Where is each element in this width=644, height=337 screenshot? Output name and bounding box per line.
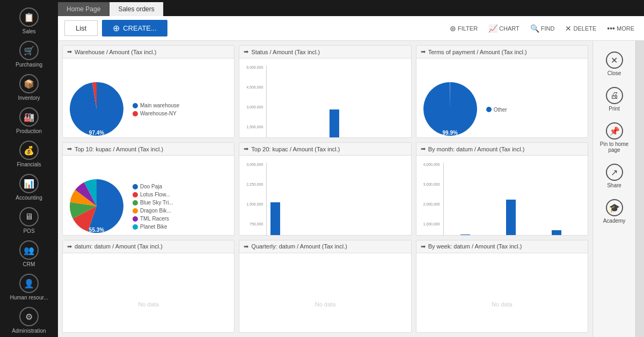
sidebar-item-purchasing[interactable]: 🛒 Purchasing: [0, 38, 58, 71]
sidebar-item-sales[interactable]: 📋 Sales: [0, 4, 58, 38]
bar-chart: 6,000,0004,500,0003,000,0001,500,0000 In…: [244, 63, 406, 138]
share-icon: ↗: [606, 164, 623, 181]
right-action-academy[interactable]: 🎓 Academy: [593, 195, 635, 228]
legend-item: Main warehouse: [133, 102, 179, 108]
chart-icon: 📈: [488, 24, 497, 33]
y-axis: 6,000,0004,500,0003,000,0001,500,0000: [244, 65, 265, 138]
chart-body-top20-kupac: 3,000,0002,250,0001,500,000750,0000 Don …: [239, 156, 411, 235]
bar-group: [535, 181, 578, 235]
bar-group: [306, 181, 323, 235]
right-action-print[interactable]: 🖨 Print: [593, 83, 635, 116]
chart-arrow-icon: ➡: [244, 243, 248, 250]
bar-group: [489, 181, 532, 235]
sidebar-label-crm: CRM: [23, 261, 35, 267]
sidebar-label-sales: Sales: [22, 28, 35, 34]
sidebar-item-production[interactable]: 🏭 Production: [0, 104, 58, 137]
tab-home[interactable]: Home Page: [58, 2, 109, 16]
chart-header-by-month: ➡ By month: datum / Amount (Tax incl.): [416, 143, 588, 156]
tab-sales-orders[interactable]: Sales orders: [109, 2, 163, 16]
bar-chart: 3,000,0002,250,0001,500,000750,0000 Don …: [244, 160, 406, 235]
bar-rect: [270, 202, 280, 235]
sidebar-item-financials[interactable]: 💰 Financials: [0, 137, 58, 171]
bar-group: [358, 84, 401, 138]
chart-title-status-amount: Status / Amount (Tax incl.): [251, 49, 320, 55]
chart-arrow-icon: ➡: [421, 48, 426, 55]
chart-body-top10-kupac: 55.3% Doo Paja Lotus Flow... Blue Sky Tr…: [63, 156, 234, 235]
inventory-icon: 📦: [19, 74, 39, 93]
plus-icon: ⊕: [113, 23, 120, 33]
sidebar-label-pos: POS: [23, 228, 34, 234]
create-button[interactable]: ⊕ CREATE...: [102, 20, 167, 36]
sidebar-item-crm[interactable]: 👥 CRM: [0, 237, 58, 270]
pin-icon: 📌: [606, 122, 623, 140]
chart-panel-quarterly-datum: ➡ Quarterly: datum / Amount (Tax incl.) …: [239, 240, 411, 333]
right-action-label-close: Close: [608, 70, 621, 76]
bar-rect: [460, 235, 470, 235]
chart-arrow-icon: ➡: [244, 145, 248, 152]
chart-header-datum-amount: ➡ datum: datum / Amount (Tax incl.): [63, 240, 234, 253]
more-icon: •••: [607, 24, 615, 33]
bar-group: [267, 181, 284, 235]
sidebar-label-accounting: Accounting: [16, 195, 42, 201]
bar-chart: 4,000,0003,000,0002,000,0001,000,0000 Ju…: [421, 160, 583, 235]
pie-legend: Main warehouse Warehouse-NY: [133, 102, 179, 116]
chart-header-status-amount: ➡ Status / Amount (Tax incl.): [239, 46, 411, 58]
chart-action[interactable]: 📈 CHART: [485, 23, 523, 34]
chart-header-quarterly-datum: ➡ Quarterly: datum / Amount (Tax incl.): [239, 240, 411, 253]
chart-arrow-icon: ➡: [67, 243, 72, 250]
bar-area: 4,000,0003,000,0002,000,0001,000,0000: [421, 160, 583, 235]
chart-header-warehouse-amount: ➡ Warehouse / Amount (Tax incl.): [63, 46, 234, 58]
pie-chart: 55.3% Doo Paja Lotus Flow... Blue Sky Tr…: [67, 177, 230, 236]
bar-group: [384, 181, 401, 235]
chart-panel-terms-payment: ➡ Terms of payment / Amount (Tax incl.) …: [416, 45, 588, 138]
delete-action[interactable]: ✕ DELETE: [562, 23, 599, 34]
financials-icon: 💰: [19, 141, 39, 160]
sidebar-item-admin[interactable]: ⚙ Administration: [0, 304, 58, 337]
pie-chart: 97.4% Main warehouse Warehouse-NY: [67, 79, 230, 138]
bar-rect: [330, 109, 339, 138]
production-icon: 🏭: [19, 107, 39, 127]
y-axis: 3,000,0002,250,0001,500,000750,0000: [244, 163, 265, 235]
chart-title-warehouse-amount: Warehouse / Amount (Tax incl.): [75, 49, 156, 55]
chart-header-top20-kupac: ➡ Top 20: kupac / Amount (Tax incl.): [239, 143, 411, 156]
scrollbar[interactable]: [635, 41, 644, 337]
right-action-share[interactable]: ↗ Share: [593, 159, 635, 193]
pie-center-label: 97.4%: [89, 130, 104, 136]
filter-action[interactable]: ⊛ FILTER: [447, 23, 481, 34]
bar-group: [312, 84, 356, 138]
sidebar-item-hr[interactable]: 👤 Human resour...: [0, 270, 58, 304]
find-action[interactable]: 🔍 FIND: [527, 23, 558, 34]
chart-body-by-week-datum: No data: [416, 253, 588, 333]
chart-arrow-icon: ➡: [67, 145, 72, 152]
chart-header-terms-payment: ➡ Terms of payment / Amount (Tax incl.): [416, 46, 588, 58]
sidebar-item-inventory[interactable]: 📦 Inventory: [0, 71, 58, 104]
tabs-bar: Home Page Sales orders: [58, 0, 644, 16]
legend-item: Warehouse-NY: [133, 111, 179, 116]
bar-group: [444, 181, 487, 235]
chart-panel-by-week-datum: ➡ By week: datum / Amount (Tax incl.) No…: [416, 240, 588, 333]
hr-icon: 👤: [19, 274, 39, 293]
sidebar-item-pos[interactable]: 🖥 POS: [0, 204, 58, 237]
charts-container: ➡ Warehouse / Amount (Tax incl.) 97.4% M…: [58, 41, 592, 337]
more-action[interactable]: ••• MORE: [604, 23, 638, 34]
bar-group: [325, 181, 342, 235]
sidebar-item-accounting[interactable]: 📊 Accounting: [0, 171, 58, 204]
right-action-pin[interactable]: 📌 Pin to home page: [593, 118, 635, 157]
sidebar-label-admin: Administration: [12, 328, 46, 334]
bar-group: [287, 181, 304, 235]
chart-arrow-icon: ➡: [244, 48, 248, 55]
legend-item: Other: [486, 107, 507, 113]
right-action-label-print: Print: [609, 106, 620, 112]
right-panel: ✕ Close 🖨 Print 📌 Pin to home page ↗ Sha…: [592, 41, 635, 337]
crm-icon: 👥: [19, 240, 39, 260]
list-button[interactable]: List: [64, 20, 98, 36]
academy-icon: 🎓: [606, 199, 623, 216]
right-action-label-share: Share: [607, 182, 621, 188]
bar-group: [345, 181, 362, 235]
right-action-close[interactable]: ✕ Close: [593, 47, 635, 80]
chart-title-terms-payment: Terms of payment / Amount (Tax incl.): [428, 49, 527, 55]
chart-header-by-week-datum: ➡ By week: datum / Amount (Tax incl.): [416, 240, 588, 253]
chart-body-datum-amount: No data: [63, 253, 234, 333]
bar-group: [364, 181, 382, 235]
legend-item: TML Racers: [133, 216, 173, 222]
